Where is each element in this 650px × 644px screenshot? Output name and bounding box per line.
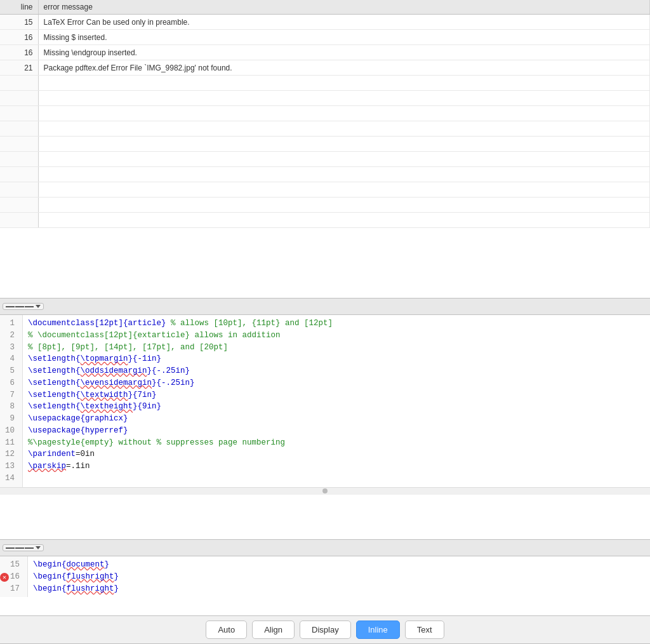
code-line: \usepackage{hyperref}: [28, 425, 645, 437]
panel-1-line-numbers: 1234567891011121314: [0, 315, 23, 487]
code-line: \begin{flushright}: [33, 583, 645, 595]
error-line-num: 16: [0, 30, 38, 45]
scroll-dot-1: [322, 488, 328, 493]
line-number: 9: [0, 413, 18, 425]
panel-1-code-lines[interactable]: \documentclass[12pt]{article} % allows […: [23, 315, 650, 487]
chevron-down-icon-2: [36, 546, 41, 549]
panel-2-line-numbers: 15✕1617: [0, 556, 28, 597]
error-table-section: line error message 15LaTeX Error Can be …: [0, 0, 650, 299]
code-line: %\pagestyle{empty} without % suppresses …: [28, 437, 645, 449]
panel-2-menu-button[interactable]: [3, 544, 44, 551]
code-line: \begin{document}: [33, 559, 645, 571]
line-number: ✕16: [0, 571, 23, 583]
error-line-num: 15: [0, 15, 38, 30]
line-number: 2: [0, 330, 18, 342]
panel-2-code-content: 15✕1617 \begin{document}\begin{flushrigh…: [0, 556, 650, 597]
error-circle-icon: ✕: [0, 573, 9, 582]
code-line: \setlength{\textheight}{9in}: [28, 401, 645, 413]
code-panel-2: 15✕1617 \begin{document}\begin{flushrigh…: [0, 540, 650, 644]
line-number: 12: [0, 448, 18, 460]
line-number: 11: [0, 437, 18, 449]
line-number: 4: [0, 353, 18, 365]
code-line: \usepackage{graphicx}: [28, 413, 645, 425]
table-row-empty: [0, 137, 650, 152]
error-table: line error message 15LaTeX Error Can be …: [0, 0, 650, 228]
line-number: 10: [0, 425, 18, 437]
display-button[interactable]: Display: [300, 621, 351, 639]
scroll-indicator-1: [0, 487, 650, 495]
panel-2-code-lines[interactable]: \begin{document}\begin{flushright}\begin…: [28, 556, 650, 597]
panel-1-menu-button[interactable]: [3, 303, 44, 310]
line-number: 1: [0, 318, 18, 330]
code-line: % [8pt], [9pt], [14pt], [17pt], and [20p…: [28, 342, 645, 354]
col-header-message: error message: [38, 0, 650, 15]
table-row: 16Missing $ inserted.: [0, 30, 650, 45]
inline-button[interactable]: Inline: [356, 621, 400, 639]
line-number: 7: [0, 389, 18, 401]
table-row-empty: [0, 91, 650, 106]
table-row-empty: [0, 167, 650, 182]
main-container: line error message 15LaTeX Error Can be …: [0, 0, 650, 644]
code-line: \begin{flushright}: [33, 571, 645, 583]
error-message-text: LaTeX Error Can be used only in preamble…: [38, 15, 650, 30]
error-line-num: 21: [0, 60, 38, 76]
col-header-line: line: [0, 0, 38, 15]
line-number: 14: [0, 473, 18, 485]
chevron-down-icon: [36, 305, 41, 308]
line-number: 6: [0, 377, 18, 389]
line-number: 13: [0, 460, 18, 473]
text-button[interactable]: Text: [405, 621, 444, 639]
line-number: 3: [0, 342, 18, 354]
code-line: % \documentclass[12pt]{extarticle} allow…: [28, 330, 645, 342]
code-line: \setlength{\textwidth}{7in}: [28, 389, 645, 401]
table-row-empty: [0, 182, 650, 198]
panel-1-header: [0, 299, 650, 315]
align-button[interactable]: Align: [252, 621, 295, 639]
table-row: 15LaTeX Error Can be used only in preamb…: [0, 15, 650, 30]
error-message-text: Missing \endgroup inserted.: [38, 45, 650, 60]
panel-2-header: [0, 540, 650, 556]
line-number: 5: [0, 365, 18, 377]
line-number: 15: [0, 559, 23, 571]
error-line-num: 16: [0, 45, 38, 60]
bottom-toolbar: Auto Align Display Inline Text: [0, 615, 650, 643]
code-line: \parindent=0in: [28, 448, 645, 460]
line-number: 17: [0, 583, 23, 595]
code-line: \setlength{\evensidemargin}{-.25in}: [28, 377, 645, 389]
code-panel-1: 1234567891011121314 \documentclass[12pt]…: [0, 299, 650, 540]
table-row-empty: [0, 198, 650, 213]
code-line: \setlength{\oddsidemargin}{-.25in}: [28, 365, 645, 377]
code-line: \documentclass[12pt]{article} % allows […: [28, 318, 645, 330]
panel-1-code-content: 1234567891011121314 \documentclass[12pt]…: [0, 315, 650, 487]
code-line: \setlength{\topmargin}{-1in}: [28, 353, 645, 365]
table-row: 21Package pdftex.def Error File `IMG_998…: [0, 60, 650, 76]
table-row-empty: [0, 121, 650, 137]
line-number: 8: [0, 401, 18, 413]
error-message-text: Missing $ inserted.: [38, 30, 650, 45]
table-row: 16Missing \endgroup inserted.: [0, 45, 650, 60]
table-row-empty: [0, 213, 650, 228]
table-row-empty: [0, 106, 650, 121]
table-row-empty: [0, 152, 650, 167]
table-row-empty: [0, 76, 650, 91]
code-line: \parskip=.1in: [28, 460, 645, 473]
auto-button[interactable]: Auto: [206, 621, 247, 639]
error-message-text: Package pdftex.def Error File `IMG_9982.…: [38, 60, 650, 76]
